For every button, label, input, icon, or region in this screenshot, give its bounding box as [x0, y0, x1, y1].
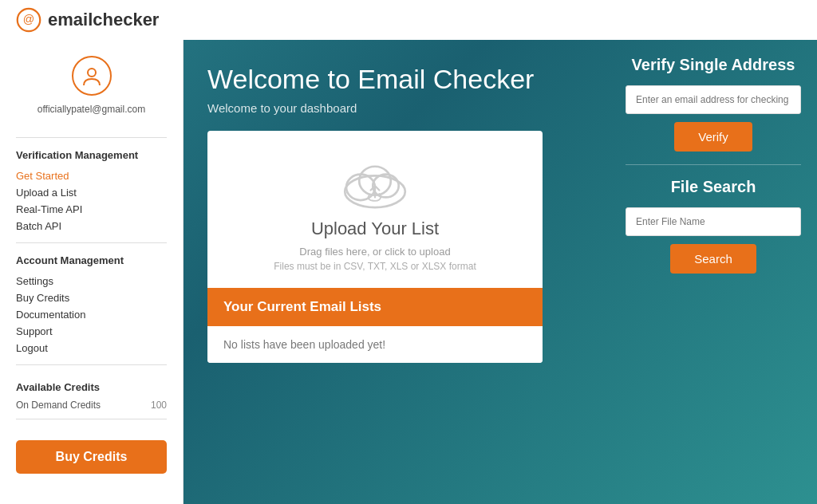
logo-icon: @: [16, 7, 41, 33]
user-avatar-container: [16, 56, 167, 96]
svg-point-2: [88, 69, 96, 77]
on-demand-label: On Demand Credits: [16, 400, 101, 411]
svg-text:@: @: [23, 13, 34, 26]
sidebar-item-documentation[interactable]: Documentation: [16, 306, 167, 323]
upload-area[interactable]: Upload Your List Drag files here, or cli…: [207, 131, 543, 288]
page-title: Welcome to Email Checker: [207, 64, 586, 95]
divider-3: [16, 364, 167, 365]
sidebar-item-upload-list[interactable]: Upload a List: [16, 184, 167, 201]
upload-box[interactable]: Upload Your List Drag files here, or cli…: [207, 131, 543, 363]
cloud-upload-icon: [339, 155, 411, 211]
file-search-title: File Search: [626, 178, 801, 196]
sidebar-item-batch-api[interactable]: Batch API: [16, 218, 167, 234]
sidebar-item-settings[interactable]: Settings: [16, 273, 167, 289]
top-bar: @ emailchecker: [0, 0, 817, 40]
right-panel: Verify Single Address Verify File Search…: [610, 40, 817, 504]
email-lists-bar: Your Current Email Lists: [207, 288, 543, 326]
sidebar-item-realtime-api[interactable]: Real-Time API: [16, 201, 167, 218]
search-button[interactable]: Search: [670, 244, 756, 274]
sidebar-item-logout[interactable]: Logout: [16, 340, 167, 356]
divider-1: [16, 137, 167, 138]
sidebar: officiallypatel@gmail.com Verification M…: [0, 40, 184, 504]
verify-button[interactable]: Verify: [674, 122, 752, 152]
avatar: [72, 56, 112, 96]
page-subtitle: Welcome to your dashboard: [207, 101, 586, 115]
credits-title: Available Credits: [16, 381, 167, 393]
verify-section-title: Verify Single Address: [626, 56, 801, 74]
upload-title: Upload Your List: [223, 219, 527, 239]
no-lists-text: No lists have been uploaded yet!: [207, 326, 543, 363]
sidebar-item-buy-credits[interactable]: Buy Credits: [16, 289, 167, 306]
panel-divider: [626, 164, 801, 165]
divider-4: [16, 419, 167, 419]
on-demand-value: 100: [151, 400, 167, 411]
logo: @ emailchecker: [16, 7, 159, 33]
upload-format: Files must be in CSV, TXT, XLS or XLSX f…: [223, 261, 527, 272]
main-layout: officiallypatel@gmail.com Verification M…: [0, 40, 817, 504]
sidebar-item-support[interactable]: Support: [16, 323, 167, 340]
file-name-input[interactable]: [626, 207, 801, 236]
credits-row: On Demand Credits 100: [16, 400, 167, 411]
user-icon: [81, 65, 103, 87]
credits-section: Available Credits On Demand Credits 100: [16, 378, 167, 411]
logo-text: emailchecker: [48, 10, 159, 30]
upload-subtitle: Drag files here, or click to upload: [223, 246, 527, 258]
divider-2: [16, 242, 167, 243]
verification-section-title: Verification Management: [16, 149, 167, 161]
account-section-title: Account Management: [16, 254, 167, 266]
verify-email-input[interactable]: [626, 85, 801, 114]
content-area: Welcome to Email Checker Welcome to your…: [184, 40, 610, 504]
buy-credits-button[interactable]: Buy Credits: [16, 440, 167, 474]
user-email: officiallypatel@gmail.com: [16, 104, 167, 115]
sidebar-item-get-started[interactable]: Get Started: [16, 167, 167, 184]
